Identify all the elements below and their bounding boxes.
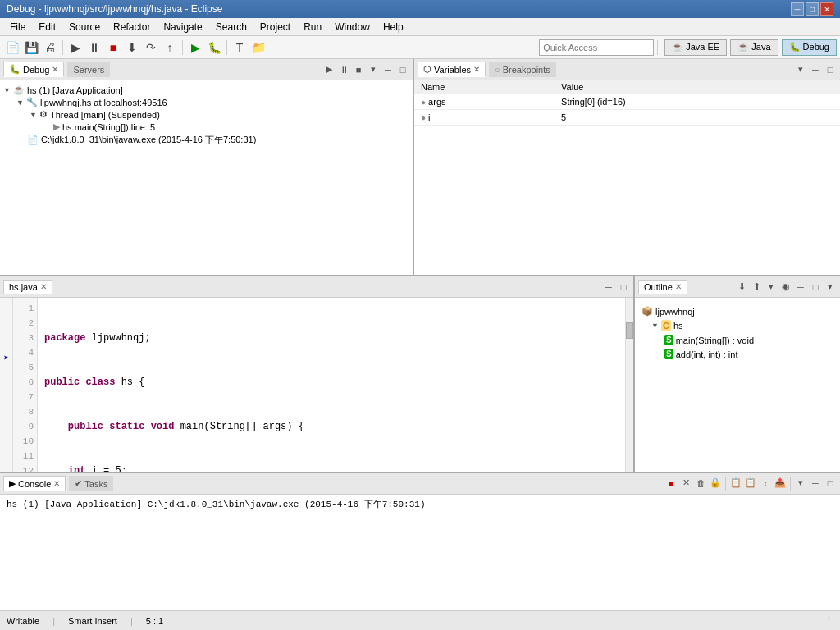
outline-btn-1[interactable]: ⬇	[735, 281, 748, 294]
run-button[interactable]: ▶	[186, 39, 204, 57]
console-section: ▶ Console ✕ ✔ Tasks ■ ✕ 🗑 🔒 📋 📋 ↕ 📤 ▾	[0, 473, 840, 610]
quick-access-section	[539, 39, 654, 56]
console-terminate-btn[interactable]: ■	[664, 477, 678, 490]
tree-item-app[interactable]: ▼ ☕ hs (1) [Java Application]	[3, 84, 409, 96]
console-panel-header: ▶ Console ✕ ✔ Tasks ■ ✕ 🗑 🔒 📋 📋 ↕ 📤 ▾	[0, 473, 840, 495]
outline-item-add[interactable]: S add(int, int) : int	[641, 347, 833, 361]
editor-maximize-btn[interactable]: □	[617, 281, 630, 294]
scrollbar-thumb[interactable]	[626, 322, 633, 339]
console-minimize-btn[interactable]: ─	[809, 477, 822, 490]
outline-tab-close[interactable]: ✕	[675, 282, 682, 291]
gutter-12	[0, 445, 12, 459]
save-button[interactable]: 💾	[22, 39, 40, 57]
console-btn4[interactable]: 📤	[774, 477, 787, 490]
console-disconnect-btn[interactable]: ✕	[679, 477, 692, 490]
menu-refactor[interactable]: Refactor	[107, 20, 157, 34]
perspective-debug[interactable]: 🐛 Debug	[782, 39, 837, 56]
var-row-args[interactable]: ● args String[0] (id=16)	[414, 94, 840, 110]
open-type-button[interactable]: T	[231, 39, 249, 57]
editor-tab-close[interactable]: ✕	[40, 282, 47, 291]
menu-project[interactable]: Project	[253, 20, 297, 34]
tab-servers[interactable]: Servers	[67, 62, 110, 77]
console-scroll-lock-btn[interactable]: 🔒	[709, 477, 722, 490]
outline-btn-3[interactable]: ▾	[765, 281, 778, 294]
tab-console[interactable]: ▶ Console ✕	[3, 476, 66, 491]
menu-help[interactable]: Help	[377, 20, 410, 34]
code-area[interactable]: package ljpwwhnqj; public class hs { pub…	[38, 298, 625, 472]
outline-icon-add: S	[664, 349, 673, 359]
menu-navigate[interactable]: Navigate	[157, 20, 208, 34]
vars-maximize-btn[interactable]: □	[824, 63, 837, 76]
menu-run[interactable]: Run	[297, 20, 328, 34]
minimize-button[interactable]: ─	[791, 2, 804, 16]
tab-tasks[interactable]: ✔ Tasks	[69, 476, 113, 491]
debug-run-button[interactable]: 🐛	[205, 39, 223, 57]
menu-file[interactable]: File	[3, 20, 32, 34]
tab-editor[interactable]: hs.java ✕	[3, 280, 52, 294]
toolbar-debug-section: ▶ ⏸ ■ ⬇ ↷ ↑	[66, 39, 179, 57]
outline-btn-2[interactable]: ⬆	[750, 281, 763, 294]
menu-search[interactable]: Search	[209, 20, 253, 34]
vars-minimize-btn[interactable]: ─	[809, 63, 822, 76]
step-return-button[interactable]: ↑	[161, 39, 179, 57]
tab-breakpoints[interactable]: ○ Breakpoints	[489, 62, 556, 77]
close-button[interactable]: ✕	[820, 2, 833, 16]
terminate-button[interactable]: ■	[104, 39, 122, 57]
console-content[interactable]: hs (1) [Java Application] C:\jdk1.8.0_31…	[0, 495, 840, 610]
vars-collapse-btn[interactable]: ▾	[794, 63, 807, 76]
console-tab-close[interactable]: ✕	[53, 479, 60, 488]
console-btn1[interactable]: 📋	[729, 477, 742, 490]
maximize-button[interactable]: □	[806, 2, 819, 16]
perspective-javaee[interactable]: ☕ Java EE	[664, 39, 727, 56]
tree-item-thread-container[interactable]: ▼ 🔧 ljpwwhnqj.hs at localhost:49516	[3, 96, 409, 108]
console-btn3[interactable]: ↕	[759, 477, 772, 490]
debug-suspend-btn[interactable]: ⏸	[337, 63, 350, 76]
debug-collapse-btn[interactable]: ▾	[367, 63, 380, 76]
step-into-button[interactable]: ⬇	[123, 39, 141, 57]
outline-item-main[interactable]: S main(String[]) : void	[641, 333, 833, 347]
outline-item-class[interactable]: ▼ C hs	[641, 318, 833, 333]
tree-item-process[interactable]: 📄 C:\jdk1.8.0_31\bin\javaw.exe (2015-4-1…	[3, 133, 409, 147]
tab-variables[interactable]: ⬡ Variables ✕	[418, 62, 486, 77]
outline-btn-4[interactable]: ◉	[779, 281, 792, 294]
window-controls[interactable]: ─ □ ✕	[791, 2, 833, 16]
debug-panel-content: ▼ ☕ hs (1) [Java Application] ▼ 🔧 ljpwwh…	[0, 80, 413, 275]
console-dropdown-btn[interactable]: ▾	[794, 477, 807, 490]
code-line-3: public static void main(String[] args) {	[44, 419, 619, 434]
debug-tab-close[interactable]: ✕	[52, 65, 58, 74]
variables-tab-close[interactable]: ✕	[473, 65, 480, 74]
tree-item-thread[interactable]: ▼ ⚙ Thread [main] (Suspended)	[3, 108, 409, 121]
editor-content[interactable]: ➤ 12345 678910 111213	[0, 298, 633, 472]
editor-scrollbar[interactable]	[625, 298, 633, 472]
tab-outline[interactable]: Outline ✕	[638, 280, 687, 294]
console-btn2[interactable]: 📋	[744, 477, 757, 490]
perspective-java[interactable]: ☕ Java	[730, 39, 778, 56]
outline-minimize-btn[interactable]: ─	[794, 281, 807, 294]
quick-access-input[interactable]	[539, 39, 654, 56]
debug-resume-btn[interactable]: ▶	[322, 63, 336, 76]
debug-maximize-btn[interactable]: □	[396, 63, 409, 76]
gutter-1	[0, 298, 12, 311]
debug-terminate-btn[interactable]: ■	[352, 63, 365, 76]
outline-item-package[interactable]: 📦 ljpwwhnqj	[641, 304, 833, 318]
resume-button[interactable]: ▶	[66, 39, 84, 57]
outline-maximize-btn[interactable]: □	[809, 281, 822, 294]
print-button[interactable]: 🖨	[41, 39, 59, 57]
editor-minimize-btn[interactable]: ─	[602, 281, 615, 294]
menu-window[interactable]: Window	[328, 20, 377, 34]
tree-label-thread-container: ljpwwhnqj.hs at localhost:49516	[40, 98, 167, 107]
new-button[interactable]: 📄	[3, 39, 21, 57]
debug-minimize-btn[interactable]: ─	[381, 63, 395, 76]
status-sep-1: |	[52, 616, 55, 626]
tab-debug[interactable]: 🐛 Debug ✕	[3, 62, 64, 77]
menu-source[interactable]: Source	[62, 20, 107, 34]
open-resource-button[interactable]: 📁	[249, 39, 267, 57]
var-row-i[interactable]: ● i 5	[414, 110, 840, 126]
tree-item-frame[interactable]: ▶ hs.main(String[]) line: 5	[3, 121, 409, 133]
step-over-button[interactable]: ↷	[142, 39, 160, 57]
suspend-button[interactable]: ⏸	[85, 39, 103, 57]
console-maximize-btn[interactable]: □	[824, 477, 837, 490]
console-clear-btn[interactable]: 🗑	[694, 477, 707, 490]
menu-edit[interactable]: Edit	[32, 20, 62, 34]
outline-dropdown-btn[interactable]: ▾	[824, 281, 837, 294]
